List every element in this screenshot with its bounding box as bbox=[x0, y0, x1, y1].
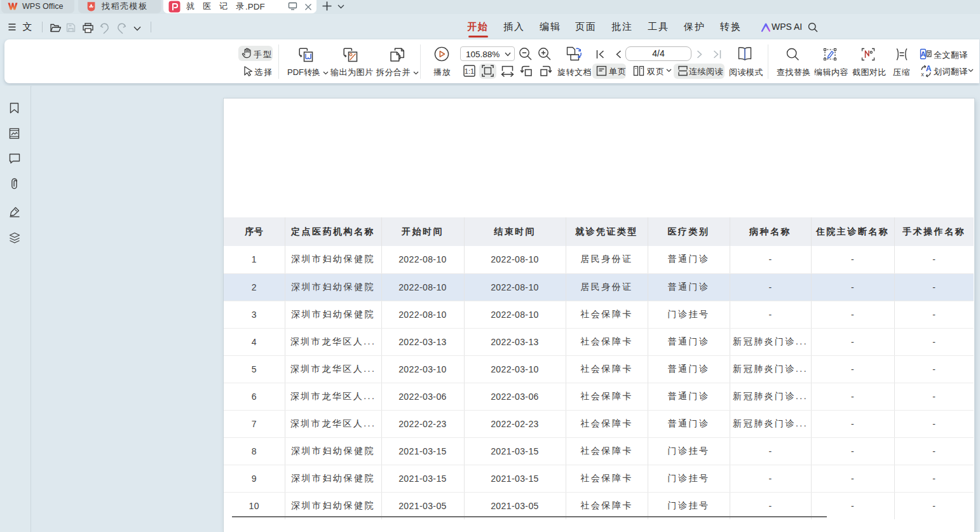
svg-text:x: x bbox=[921, 71, 924, 78]
svg-text:1:1: 1:1 bbox=[465, 67, 474, 75]
svg-text:A: A bbox=[921, 50, 926, 58]
svg-text:A: A bbox=[926, 65, 932, 73]
